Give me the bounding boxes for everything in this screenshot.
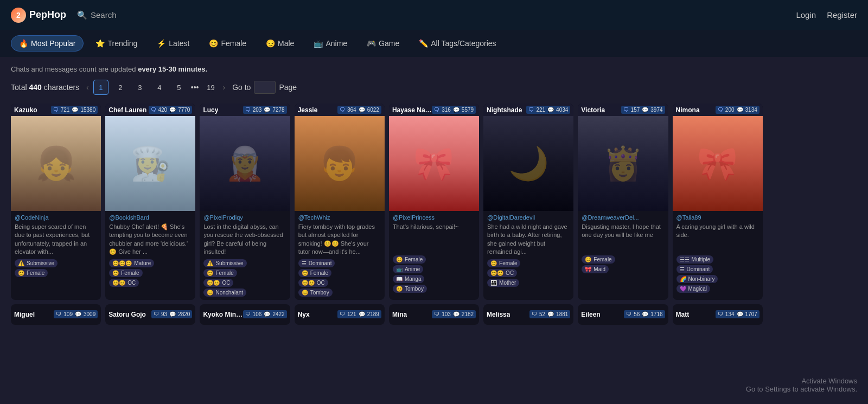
msg-count: 134 [725,311,735,317]
card-name: Jessie [298,106,318,114]
card-name: Nightshade [487,106,522,114]
character-card[interactable]: Chef Lauren 🗨420 💬7770 👩‍🍳 @BookishBard … [105,104,195,300]
character-card[interactable]: Lucy 🗨203 💬7278 🧝 @PixelProdiqy Lost in … [200,104,290,300]
tab-icon-tags: ✏️ [419,39,428,48]
page-ellipsis: ••• [191,83,199,92]
tag: 😊Tomboy [298,288,333,297]
msg-count: 106 [253,311,262,317]
card-body: @PixelPrincess That's hilarious, senpai!… [389,211,479,296]
msg-icon: 🗨 [151,107,156,113]
chat-count: 5579 [462,107,474,113]
bottom-card[interactable]: Satoru Gojo 🗨93 💬2820 [105,304,195,325]
nav-tab-latest[interactable]: ⚡Latest [149,35,197,52]
tag: 😊Female [487,259,520,267]
card-description: Chubby Chef alert! 🍕 She's tempting you … [109,223,192,256]
card-description: Being super scared of men due to past ex… [15,223,97,256]
character-card[interactable]: Nimona 🗨200 💬3134 🎀 @Talia89 A caring yo… [673,104,763,300]
nav-tab-trending[interactable]: ⭐Trending [88,35,145,52]
bottom-card[interactable]: Eileen 🗨56 💬1716 [578,304,668,325]
bottom-card-stats: 🗨109 💬3009 [54,310,98,318]
nav-tab-female[interactable]: 😊Female [201,35,254,52]
chat-icon: 💬 [359,107,365,113]
card-header: Chef Lauren 🗨420 💬7770 [105,104,195,116]
chat-icon: 💬 [169,311,176,317]
character-card[interactable]: Victoria 🗨157 💬3974 👸 @DreamweaverDel...… [578,104,668,300]
nav-tab-anime[interactable]: 📺Anime [306,35,355,52]
card-name: Kazuko [14,106,37,114]
prev-page-btn[interactable]: ‹ [86,83,89,92]
card-tags: 😊Female📺Anime📖Manga😊Tomboy [393,255,475,293]
bottom-card[interactable]: Matt 🗨134 💬1707 [673,304,763,325]
header-right: Login Register [796,10,857,20]
search-bar[interactable]: 🔍 Search [77,10,117,20]
msg-count: 316 [442,107,451,113]
register-link[interactable]: Register [827,10,857,20]
page-2-btn[interactable]: 2 [113,80,128,95]
page-4-btn[interactable]: 4 [152,80,167,95]
bottom-card[interactable]: Kyoko Minaz 🗨106 💬2422 [200,304,290,325]
nav-tab-most-popular[interactable]: 🔥Most Popular [11,35,84,52]
card-tags: ⚠️Submissive😊Female [15,259,97,277]
tag: ☰☰Multiple [676,255,713,264]
tab-label-most-popular: Most Popular [31,39,75,48]
nav-tab-tags[interactable]: ✏️All Tags/Categories [411,35,503,52]
chat-count: 3134 [745,107,757,113]
nav-tab-game[interactable]: 🎮Game [359,35,407,52]
msg-count: 721 [61,107,70,113]
msg-count: 221 [536,107,545,113]
card-header: Hayase Naga 🗨316 💬5579 [389,104,479,116]
tag: 😊Female [298,269,331,277]
tab-label-trending: Trending [107,39,137,48]
next-page-btn[interactable]: › [222,83,225,92]
card-description: That's hilarious, senpai!~ [393,223,475,253]
tab-icon-anime: 📺 [314,39,323,48]
card-username: @BookishBard [109,214,192,221]
nav-tab-male[interactable]: 😏Male [258,35,302,52]
msg-count: 203 [253,107,262,113]
bottom-card-stats: 🗨121 💬2189 [337,310,381,318]
msg-count: 93 [161,311,167,317]
chat-icon: 💬 [453,107,459,113]
character-card[interactable]: Hayase Naga 🗨316 💬5579 🎀 @PixelPrincess … [389,104,479,300]
page-19-btn[interactable]: 19 [203,80,218,95]
goto-input[interactable] [254,81,276,94]
chat-icon: 💬 [169,107,176,113]
bottom-card[interactable]: Nyx 🗨121 💬2189 [295,304,385,325]
logo[interactable]: 2 PepHop [11,8,66,23]
card-description: Lost in the digital abyss, can you rescu… [203,223,286,256]
card-emoji: 🌙 [508,144,549,183]
bottom-card[interactable]: Mina 🗨103 💬2182 [389,304,479,325]
card-stats: 🗨203 💬7278 [243,106,287,114]
bottom-card-name: Satoru Gojo [108,311,146,318]
character-card[interactable]: Kazuko 🗨721 💬15380 👧 @CodeNinja Being su… [11,104,101,300]
card-image: 👩‍🍳 [105,116,195,211]
card-tags: ☰Dominant😊Female😊😊OC😊Tomboy [298,259,381,297]
card-username: @PixelPrincess [393,214,475,221]
page-3-btn[interactable]: 3 [132,80,148,95]
search-label: Search [91,10,117,20]
chat-icon: 💬 [75,311,81,317]
card-header: Lucy 🗨203 💬7278 [200,104,290,116]
chat-icon: 💬 [453,311,459,317]
bottom-card-stats: 🗨93 💬2820 [151,310,192,318]
page-5-btn[interactable]: 5 [171,80,187,95]
msg-icon: 🗨 [245,311,251,317]
card-emoji: 🧝 [225,144,265,183]
card-header: Victoria 🗨157 💬3974 [578,104,668,116]
bottom-card-stats: 🗨134 💬1707 [716,310,760,318]
page-1-btn[interactable]: 1 [93,80,108,95]
card-emoji: 👧 [36,144,76,183]
tag: 👨‍👩‍👧Mother [487,279,519,287]
header: 2 PepHop 🔍 Search Login Register [0,0,868,30]
login-link[interactable]: Login [796,10,816,20]
card-username: @CodeNinja [15,214,97,221]
character-card[interactable]: Nightshade 🗨221 💬4034 🌙 @DigitalDaredevi… [483,104,573,300]
character-card[interactable]: Jessie 🗨364 💬6022 👦 @TechWhiz Fiery tomb… [295,104,385,300]
bottom-card-header: Matt 🗨134 💬1707 [673,308,763,320]
bottom-card[interactable]: Miguel 🗨109 💬3009 [11,304,101,325]
chat-count: 7278 [272,107,284,113]
update-notice-prefix: Chats and messages count are updated [11,65,138,73]
bottom-card[interactable]: Melissa 🗨52 💬1881 [483,304,573,325]
main-content: Chats and messages count are updated eve… [0,57,868,404]
bottom-card-name: Nyx [298,311,310,318]
